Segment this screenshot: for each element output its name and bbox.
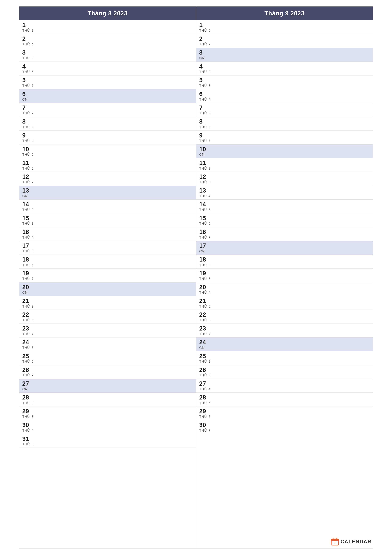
- day-label: THỨ 7: [22, 84, 193, 88]
- day-row: 27CN: [19, 379, 196, 393]
- day-number: 27: [22, 380, 193, 387]
- day-label: THỨ 3: [22, 221, 193, 226]
- day-row: 31THỨ 5: [19, 434, 196, 448]
- day-row: 13CN: [19, 186, 196, 199]
- day-number: 10: [22, 146, 193, 153]
- day-number: 13: [199, 187, 370, 194]
- day-row: 5THỨ 7: [19, 75, 196, 89]
- day-number: 8: [22, 118, 193, 125]
- day-label: THỨ 6: [22, 359, 193, 364]
- day-label: THỨ 6: [199, 125, 370, 129]
- day-row: 30THỨ 4: [19, 420, 196, 434]
- day-row: 22THỨ 3: [19, 310, 196, 324]
- day-row: 10THỨ 5: [19, 145, 196, 158]
- day-row: 23THỨ 7: [196, 324, 373, 337]
- day-number: 10: [199, 146, 370, 153]
- day-label: CN: [22, 97, 193, 102]
- day-label: THỨ 2: [199, 70, 370, 74]
- day-row: 20THỨ 4: [196, 282, 373, 296]
- day-label: THỨ 5: [22, 442, 193, 446]
- day-number: 29: [22, 408, 193, 415]
- day-label: CN: [22, 387, 193, 391]
- day-row: 14THỨ 5: [196, 199, 373, 213]
- day-row: 29THỨ 6: [196, 406, 373, 420]
- day-row: 26THỨ 7: [19, 365, 196, 379]
- day-row: 25THỨ 2: [196, 351, 373, 365]
- day-number: 21: [22, 298, 193, 304]
- day-label: THỨ 6: [199, 318, 370, 322]
- day-label: THỨ 6: [199, 29, 370, 33]
- day-label: THỨ 4: [22, 235, 193, 240]
- month-header-2: Tháng 9 2023: [196, 7, 373, 20]
- day-label: THỨ 2: [22, 401, 193, 405]
- day-number: 13: [22, 187, 193, 194]
- day-label: THỨ 7: [199, 42, 370, 46]
- day-row: 13THỨ 4: [196, 186, 373, 199]
- day-label: THỨ 5: [22, 249, 193, 253]
- day-label: CN: [199, 346, 370, 350]
- day-number: 18: [22, 256, 193, 263]
- day-row: 2THỨ 4: [19, 34, 196, 48]
- day-label: THỨ 7: [22, 277, 193, 281]
- day-row: 28THỨ 5: [196, 393, 373, 406]
- day-label: CN: [199, 153, 370, 157]
- calendar-container: Tháng 8 20231THỨ 32THỨ 43THỨ 54THỨ 65THỨ…: [19, 6, 373, 549]
- day-number: 23: [199, 325, 370, 332]
- days-list-2: 1THỨ 62THỨ 73CN4THỨ 25THỨ 36THỨ 47THỨ 58…: [196, 20, 373, 548]
- day-number: 15: [199, 215, 370, 222]
- day-number: 26: [199, 367, 370, 373]
- day-label: THỨ 4: [199, 97, 370, 102]
- day-label: THỨ 3: [22, 318, 193, 322]
- day-row: 9THỨ 7: [196, 131, 373, 145]
- day-number: 22: [22, 312, 193, 318]
- month-col-2: Tháng 9 20231THỨ 62THỨ 73CN4THỨ 25THỨ 36…: [196, 7, 373, 548]
- day-number: 5: [199, 77, 370, 84]
- day-row: 2THỨ 7: [196, 34, 373, 48]
- day-row: 6CN: [19, 89, 196, 103]
- day-label: THỨ 4: [22, 428, 193, 432]
- day-label: THỨ 6: [199, 415, 370, 419]
- day-number: 3: [22, 49, 193, 56]
- day-row: 29THỨ 3: [19, 406, 196, 420]
- day-label: THỨ 7: [199, 139, 370, 143]
- watermark-text: CALENDAR: [341, 539, 371, 545]
- day-number: 9: [22, 132, 193, 139]
- day-number: 18: [199, 256, 370, 263]
- day-row: 1THỨ 3: [19, 20, 196, 34]
- svg-text:7: 7: [334, 541, 336, 544]
- day-row: 12THỨ 7: [19, 172, 196, 186]
- day-row: 3CN: [196, 48, 373, 62]
- day-label: THỨ 4: [22, 332, 193, 336]
- day-number: 24: [22, 339, 193, 346]
- day-number: 5: [22, 77, 193, 84]
- day-number: 21: [199, 298, 370, 304]
- day-number: 14: [199, 201, 370, 208]
- day-label: THỨ 5: [199, 304, 370, 308]
- day-label: THỨ 5: [199, 111, 370, 115]
- day-number: 28: [199, 394, 370, 401]
- day-label: CN: [22, 194, 193, 198]
- day-row: 14THỨ 2: [19, 199, 196, 213]
- day-row: 4THỨ 2: [196, 62, 373, 75]
- day-row: 18THỨ 6: [19, 255, 196, 269]
- day-row: 5THỨ 3: [196, 75, 373, 89]
- day-label: CN: [199, 249, 370, 253]
- day-number: 20: [22, 284, 193, 291]
- day-label: CN: [22, 291, 193, 295]
- day-label: THỨ 3: [22, 29, 193, 33]
- day-label: CN: [199, 56, 370, 60]
- day-row: 12THỨ 3: [196, 172, 373, 186]
- day-number: 31: [22, 436, 193, 442]
- day-number: 3: [199, 49, 370, 56]
- day-label: THỨ 2: [199, 263, 370, 267]
- day-row: 18THỨ 2: [196, 255, 373, 269]
- day-label: THỨ 7: [22, 373, 193, 377]
- day-label: THỨ 4: [199, 387, 370, 391]
- day-number: 30: [199, 422, 370, 428]
- day-row: 7THỨ 2: [19, 103, 196, 117]
- day-row: 11THỨ 2: [196, 158, 373, 172]
- day-row: 22THỨ 6: [196, 310, 373, 324]
- day-number: 2: [22, 36, 193, 42]
- day-number: 11: [22, 160, 193, 167]
- day-label: THỨ 5: [22, 153, 193, 157]
